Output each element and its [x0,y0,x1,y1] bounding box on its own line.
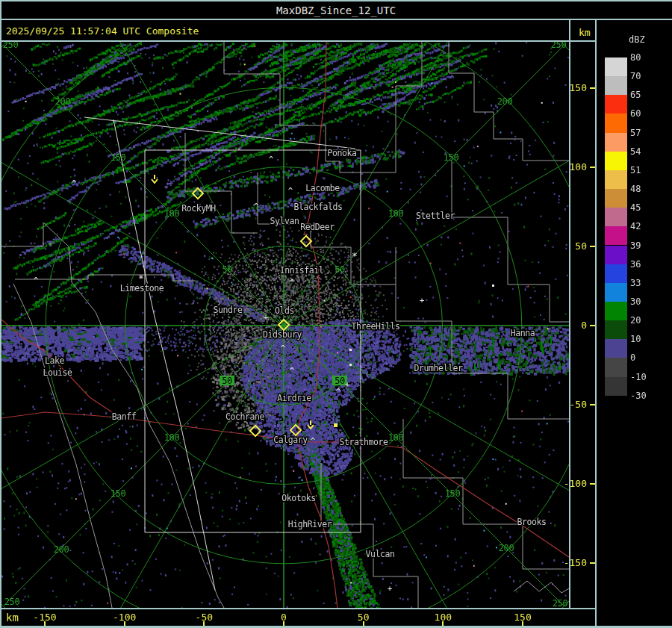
colorbar-swatch [605,320,627,339]
colorbar-value-label: -30 [630,391,660,401]
y-axis-unit-label: km [579,27,591,38]
frame-left-line [0,0,1,628]
colorbar-value-label: 60 [630,108,660,119]
colorbar-swatch [605,114,627,132]
colorbar-swatch [605,95,627,114]
colorbar-value-label: 0 [630,352,660,363]
y-tick-mark [590,246,595,247]
y-tick-mark [590,167,595,168]
window-title: MaxDBZ_Since_12_UTC [276,4,396,16]
colorbar-swatch [605,377,627,396]
colorbar-value-label: 20 [630,315,660,326]
colorbar-swatch [605,76,627,95]
y-tick-label: 50 [554,240,587,252]
colorbar-value-label: 10 [630,334,660,344]
colorbar-swatch [605,152,627,170]
colorbar-title: dBZ [629,34,645,45]
colorbar-swatch [605,339,627,358]
y-tick-mark [590,562,595,564]
frame-titlebar-line [0,19,672,20]
colorbar-value-label: 45 [630,202,660,213]
y-tick-label: -50 [554,399,587,410]
colorbar-swatch [605,246,627,264]
colorbar-swatch [605,264,627,283]
radar-window: MaxDBZ_Since_12_UTC 2025/09/25 11:57:04 … [0,0,672,628]
y-tick-label: 150 [554,82,587,93]
frame-top-line [0,0,672,1]
colorbar-swatch [605,208,627,226]
colorbar-value-label: -10 [630,372,660,382]
colorbar-value-label: 51 [630,165,660,175]
colorbar-value-label: 54 [630,146,660,157]
colorbar-value-label: 65 [630,90,660,100]
y-tick-label: -100 [554,478,587,489]
colorbar-value-label: 57 [630,128,660,138]
frame-map-bottom-line [0,608,597,609]
colorbar-swatch [605,358,627,376]
colorbar-swatch [605,189,627,208]
y-tick-label: -150 [554,557,587,568]
colorbar-swatch [605,133,627,152]
colorbar-value-label: 70 [630,71,660,81]
y-tick-label: 100 [554,161,587,172]
frame-header-line [0,40,597,42]
colorbar-value-label: 80 [630,52,660,63]
title-bar: MaxDBZ_Since_12_UTC [0,1,672,19]
y-tick-mark [590,87,595,89]
frame-panel-divider-line [595,20,597,628]
colorbar-value-label: 30 [630,296,660,307]
y-tick-mark [590,325,595,326]
x-axis-unit-label: km [6,612,19,624]
timestamp-label: 2025/09/25 11:57:04 UTC Composite [6,25,199,37]
colorbar-swatch [605,302,627,320]
y-tick-mark [590,483,595,485]
colorbar-swatch [605,226,627,245]
frame-map-right-line [569,20,570,609]
y-tick-mark [590,404,595,405]
colorbar-swatch [605,170,627,189]
colorbar-swatch [605,283,627,302]
colorbar-value-label: 42 [630,221,660,231]
colorbar-swatch [605,57,627,76]
radar-echo-layer[interactable] [1,42,569,609]
colorbar-value-label: 48 [630,184,660,194]
colorbar-value-label: 39 [630,240,660,251]
y-tick-label: 0 [554,320,587,331]
colorbar-value-label: 33 [630,278,660,288]
colorbar-value-label: 36 [630,259,660,270]
